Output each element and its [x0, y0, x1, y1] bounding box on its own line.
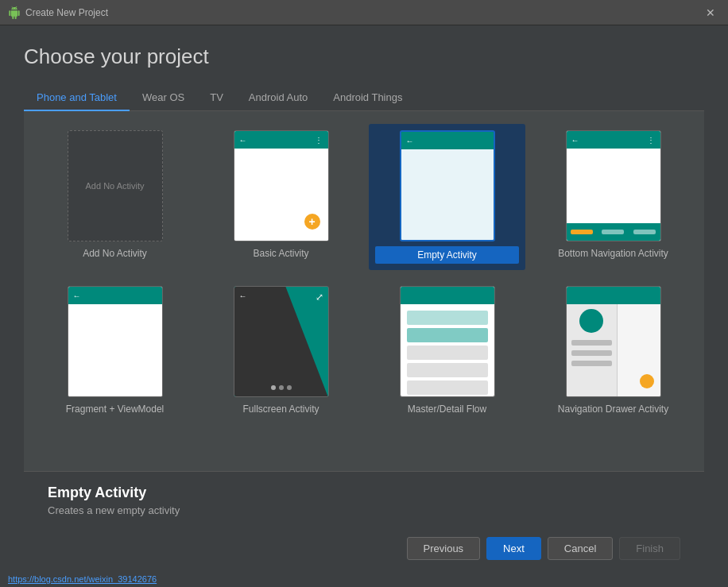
- title-bar-title: Create New Project: [25, 7, 108, 18]
- tab-android-auto[interactable]: Android Auto: [236, 85, 320, 111]
- activity-item-basic[interactable]: ← ⋮ + Basic Activity: [203, 124, 359, 270]
- basic-topbar: ← ⋮: [234, 131, 328, 149]
- activity-preview-empty: ←: [400, 130, 495, 241]
- menu-dots-icon: ⋮: [315, 136, 323, 145]
- basic-phone-mockup: ← ⋮ +: [234, 131, 328, 241]
- nav-drawer-sidebar: [567, 304, 618, 396]
- activity-label-empty: Empty Activity: [375, 246, 519, 264]
- activity-label-nav-drawer: Navigation Drawer Activity: [558, 404, 668, 415]
- title-bar: Create New Project ✕: [0, 0, 728, 25]
- nav-item-2: [571, 350, 612, 356]
- activity-preview-fragment: ←: [68, 286, 163, 397]
- finish-button[interactable]: Finish: [619, 537, 680, 560]
- nav-indicator-2: [633, 230, 656, 234]
- activity-preview-no-activity: Add No Activity: [68, 130, 163, 241]
- fragment-back-icon: ←: [73, 292, 81, 300]
- url-text[interactable]: https://blog.csdn.net/weixin_39142676: [8, 574, 157, 584]
- detail-item-1: [407, 311, 488, 325]
- basic-content: +: [234, 149, 328, 241]
- activity-preview-bottom-nav: ← ⋮: [566, 130, 661, 241]
- fullscreen-back-icon: ←: [239, 292, 247, 300]
- footer: Previous Next Cancel Finish: [24, 529, 704, 568]
- nav-indicator-active: [571, 230, 593, 234]
- bottom-nav-content: [567, 149, 660, 241]
- bottom-nav-back-icon: ←: [571, 136, 579, 145]
- activity-label-fragment: Fragment + ViewModel: [66, 404, 165, 415]
- url-bar: https://blog.csdn.net/weixin_39142676: [0, 571, 728, 587]
- selected-activity-description: Creates a new empty activity: [48, 504, 680, 516]
- android-icon: [8, 6, 21, 19]
- nav-drawer-mockup: [567, 287, 660, 396]
- activity-item-fragment[interactable]: ← Fragment + ViewModel: [37, 280, 193, 421]
- activity-item-no-activity[interactable]: Add No Activity Add No Activity: [37, 124, 193, 270]
- detail-item-5: [407, 380, 488, 395]
- activity-label-master-detail: Master/Detail Flow: [408, 404, 486, 415]
- fullscreen-dot-2: [279, 385, 284, 390]
- master-detail-body: [401, 304, 494, 397]
- fullscreen-expand-icon: ⤢: [316, 292, 323, 303]
- detail-item-4: [407, 363, 488, 377]
- activity-label-bottom-nav: Bottom Navigation Activity: [558, 248, 668, 259]
- activity-item-bottom-nav[interactable]: ← ⋮ Bottom Navigation Activity: [535, 124, 691, 270]
- nav-item-1: [571, 340, 612, 346]
- activity-grid-area: Add No Activity Add No Activity ← ⋮ +: [24, 111, 704, 471]
- fullscreen-dot-1: [271, 385, 276, 390]
- fragment-content: [68, 304, 162, 396]
- bottom-nav-menu-icon: ⋮: [647, 136, 656, 145]
- close-button[interactable]: ✕: [701, 5, 720, 21]
- master-detail-mockup: [401, 287, 494, 396]
- tab-android-things[interactable]: Android Things: [320, 85, 415, 111]
- activity-preview-nav-drawer: [566, 286, 661, 397]
- fullscreen-dots: [271, 385, 292, 390]
- title-bar-left: Create New Project: [8, 6, 108, 19]
- empty-phone-mockup: ←: [401, 132, 494, 240]
- bottom-nav-bar: [567, 223, 660, 241]
- master-detail-topbar: [401, 287, 494, 304]
- activity-preview-basic: ← ⋮ +: [234, 130, 329, 241]
- fullscreen-dot-3: [287, 385, 292, 390]
- activity-label-no-activity: Add No Activity: [83, 248, 147, 259]
- nav-drawer-body: [567, 304, 660, 396]
- detail-item-3: [407, 346, 488, 360]
- description-area: Empty Activity Creates a new empty activ…: [24, 471, 704, 529]
- tab-tv[interactable]: TV: [197, 85, 236, 111]
- back-arrow-icon: ←: [239, 136, 247, 145]
- dialog: Choose your project Phone and Tablet Wea…: [0, 25, 728, 587]
- activity-label-fullscreen: Fullscreen Activity: [242, 404, 319, 415]
- detail-item-2: [407, 328, 488, 342]
- empty-topbar: ←: [401, 132, 494, 149]
- selected-activity-title: Empty Activity: [48, 485, 680, 501]
- activity-preview-fullscreen: ← ⤢: [234, 286, 329, 397]
- activity-label-basic: Basic Activity: [253, 248, 308, 259]
- cancel-button[interactable]: Cancel: [548, 537, 613, 560]
- activity-item-master-detail[interactable]: Master/Detail Flow: [369, 280, 525, 421]
- nav-drawer-topbar: [567, 287, 660, 304]
- dialog-heading: Choose your project: [24, 44, 704, 69]
- fullscreen-diagonal: [234, 287, 328, 396]
- fragment-topbar: ←: [68, 287, 162, 304]
- tab-phone-tablet[interactable]: Phone and Tablet: [24, 85, 130, 111]
- empty-content: [401, 149, 494, 240]
- tabs-container: Phone and Tablet Wear OS TV Android Auto…: [24, 85, 704, 111]
- bottom-nav-mockup: ← ⋮: [567, 131, 660, 241]
- fragment-mockup: ←: [68, 287, 162, 396]
- next-button[interactable]: Next: [486, 537, 541, 560]
- no-activity-text: Add No Activity: [83, 178, 148, 194]
- activity-grid: Add No Activity Add No Activity ← ⋮ +: [37, 124, 691, 421]
- activity-item-fullscreen[interactable]: ← ⤢ Fullscreen Activity: [203, 280, 359, 421]
- nav-item-3: [571, 361, 612, 366]
- activity-item-nav-drawer[interactable]: Navigation Drawer Activity: [535, 280, 691, 421]
- empty-back-arrow: ←: [406, 137, 414, 145]
- nav-indicator-1: [602, 230, 624, 234]
- bottom-nav-topbar: ← ⋮: [567, 131, 660, 149]
- activity-preview-master-detail: [400, 286, 495, 397]
- nav-drawer-avatar: [579, 309, 603, 333]
- activity-item-empty[interactable]: ← Empty Activity: [369, 124, 525, 270]
- previous-button[interactable]: Previous: [407, 537, 481, 560]
- basic-fab: +: [304, 214, 320, 230]
- nav-drawer-fab: [640, 374, 654, 388]
- tab-wear-os[interactable]: Wear OS: [130, 85, 197, 111]
